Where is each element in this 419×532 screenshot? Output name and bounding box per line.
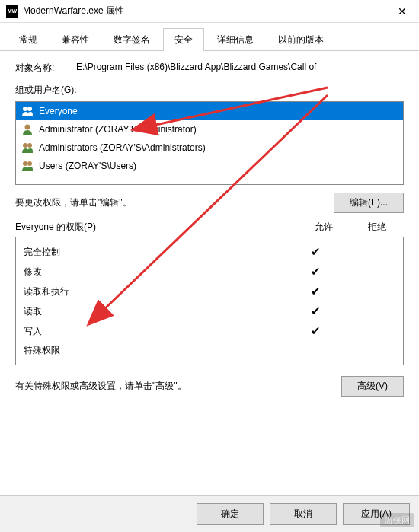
object-name-row: 对象名称: E:\Program Files (x86)\Blizzard Ap… [15, 62, 404, 75]
advanced-row: 有关特殊权限或高级设置，请单击"高级"。 高级(V) [15, 376, 404, 397]
group-name: Administrator (ZORAY'S\Administrator) [39, 124, 197, 135]
groups-label: 组或用户名(G): [15, 84, 404, 97]
watermark: 游侠网 [380, 513, 414, 527]
svg-point-6 [27, 161, 32, 166]
allow-mark: ✔ [289, 304, 342, 318]
svg-point-2 [25, 125, 30, 130]
tab-0[interactable]: 常规 [8, 28, 49, 51]
permission-row: 完全控制 ✔ [16, 242, 403, 262]
permission-name: 读取 [24, 305, 289, 318]
dialog-buttons: 确定 取消 应用(A) [0, 495, 419, 532]
svg-point-1 [27, 107, 32, 111]
permission-row: 修改 ✔ [16, 262, 403, 282]
close-button[interactable]: ✕ [385, 0, 419, 23]
permission-row: 写入 ✔ [16, 321, 403, 341]
object-path: E:\Program Files (x86)\Blizzard App\Bliz… [76, 62, 404, 75]
group-name: Users (ZORAY'S\Users) [39, 161, 136, 171]
deny-col-header: 拒绝 [350, 221, 404, 234]
permission-name: 读取和执行 [24, 285, 289, 298]
permission-row: 读取 ✔ [16, 301, 403, 321]
ok-button[interactable]: 确定 [197, 503, 264, 525]
permission-name: 完全控制 [24, 246, 289, 259]
tabs-row: 常规兼容性数字签名安全详细信息以前的版本 [0, 23, 419, 51]
permission-name: 修改 [24, 266, 289, 279]
allow-col-header: 允许 [297, 221, 350, 234]
permission-name: 特殊权限 [24, 344, 289, 357]
group-name: Administrators (ZORAY'S\Administrators) [39, 142, 206, 153]
svg-point-3 [23, 143, 27, 148]
permissions-list: 完全控制 ✔ 修改 ✔ 读取和执行 ✔ 读取 ✔ 写入 ✔ 特殊权限 [15, 237, 404, 365]
advanced-button[interactable]: 高级(V) [341, 376, 404, 397]
edit-button[interactable]: 编辑(E)... [334, 193, 404, 213]
allow-mark: ✔ [289, 245, 342, 259]
security-tab-content: 对象名称: E:\Program Files (x86)\Blizzard Ap… [0, 51, 419, 413]
group-item[interactable]: Administrators (ZORAY'S\Administrators) [16, 139, 403, 157]
cancel-button[interactable]: 取消 [270, 503, 337, 525]
edit-hint: 要更改权限，请单击"编辑"。 [15, 196, 334, 209]
allow-mark: ✔ [289, 285, 342, 298]
svg-point-0 [23, 107, 27, 111]
permissions-label: Everyone 的权限(P) [15, 221, 297, 234]
tab-4[interactable]: 详细信息 [206, 28, 265, 51]
tab-5[interactable]: 以前的版本 [267, 28, 335, 51]
edit-row: 要更改权限，请单击"编辑"。 编辑(E)... [15, 193, 404, 213]
tab-1[interactable]: 兼容性 [50, 28, 101, 51]
tab-3[interactable]: 安全 [163, 28, 204, 51]
allow-mark: ✔ [289, 265, 342, 279]
permission-row: 读取和执行 ✔ [16, 282, 403, 301]
group-item[interactable]: Administrator (ZORAY'S\Administrator) [16, 120, 403, 139]
advanced-hint: 有关特殊权限或高级设置，请单击"高级"。 [15, 380, 341, 393]
permission-row: 特殊权限 [16, 341, 403, 360]
titlebar: MW ModernWarfare.exe 属性 ✕ [0, 0, 419, 23]
group-item[interactable]: Users (ZORAY'S\Users) [16, 157, 403, 175]
groups-list[interactable]: Everyone Administrator (ZORAY'S\Administ… [15, 101, 404, 185]
object-name-label: 对象名称: [15, 62, 76, 75]
tab-2[interactable]: 数字签名 [102, 28, 162, 51]
permission-name: 写入 [24, 325, 289, 338]
svg-point-4 [27, 143, 32, 148]
permissions-header: Everyone 的权限(P) 允许 拒绝 [15, 221, 404, 234]
allow-mark: ✔ [289, 324, 342, 338]
group-name: Everyone [39, 106, 78, 116]
group-item[interactable]: Everyone [16, 102, 403, 120]
app-icon: MW [6, 5, 18, 18]
window-title: ModernWarfare.exe 属性 [23, 5, 385, 18]
svg-point-5 [23, 161, 27, 166]
